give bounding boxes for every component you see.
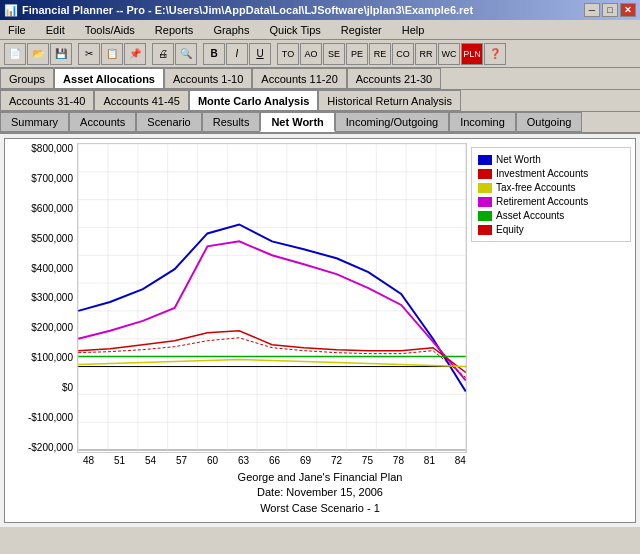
nav-monte-carlo[interactable]: Monte Carlo Analysis — [189, 90, 318, 111]
nav-asset-allocations[interactable]: Asset Allocations — [54, 68, 164, 89]
chart-footer: George and Jane's Financial Plan Date: N… — [9, 466, 631, 518]
legend-retirement: Retirement Accounts — [478, 196, 624, 207]
x-label-78: 78 — [393, 455, 404, 466]
nav-accounts-21-30[interactable]: Accounts 21-30 — [347, 68, 441, 89]
tab-scenario[interactable]: Scenario — [136, 112, 201, 132]
y-label-neg200k: -$200,000 — [9, 442, 73, 453]
nav-row-2: Accounts 31-40 Accounts 41-45 Monte Carl… — [0, 90, 640, 112]
x-label-72: 72 — [331, 455, 342, 466]
nav-historical[interactable]: Historical Return Analysis — [318, 90, 461, 111]
tab-incoming[interactable]: Incoming — [449, 112, 516, 132]
tab-results[interactable]: Results — [202, 112, 261, 132]
title-bar: 📊 Financial Planner -- Pro - E:\Users\Ji… — [0, 0, 640, 20]
tool-u[interactable]: U — [249, 43, 271, 65]
tool-t7[interactable]: RR — [415, 43, 437, 65]
chart-title: George and Jane's Financial Plan — [9, 470, 631, 485]
x-label-60: 60 — [207, 455, 218, 466]
tool-paste[interactable]: 📌 — [124, 43, 146, 65]
menu-edit[interactable]: Edit — [42, 23, 69, 37]
tool-preview[interactable]: 🔍 — [175, 43, 197, 65]
legend-net-worth: Net Worth — [478, 154, 624, 165]
legend-equity: Equity — [478, 224, 624, 235]
content-area: $800,000 $700,000 $600,000 $500,000 $400… — [0, 134, 640, 527]
chart-date: Date: November 15, 2006 — [9, 485, 631, 500]
tab-outgoing[interactable]: Outgoing — [516, 112, 583, 132]
tab-summary[interactable]: Summary — [0, 112, 69, 132]
legend-taxfree: Tax-free Accounts — [478, 182, 624, 193]
nav-accounts-41-45[interactable]: Accounts 41-45 — [94, 90, 188, 111]
y-label-600k: $600,000 — [9, 203, 73, 214]
tool-open[interactable]: 📂 — [27, 43, 49, 65]
tool-help2[interactable]: ❓ — [484, 43, 506, 65]
y-label-200k: $200,000 — [9, 322, 73, 333]
tab-row: Summary Accounts Scenario Results Net Wo… — [0, 112, 640, 134]
nav-accounts-31-40[interactable]: Accounts 31-40 — [0, 90, 94, 111]
tool-t2[interactable]: AO — [300, 43, 322, 65]
legend-asset: Asset Accounts — [478, 210, 624, 221]
tool-t1[interactable]: TO — [277, 43, 299, 65]
minimize-button[interactable]: ─ — [584, 3, 600, 17]
y-label-800k: $800,000 — [9, 143, 73, 154]
menu-file[interactable]: File — [4, 23, 30, 37]
nav-accounts-1-10[interactable]: Accounts 1-10 — [164, 68, 252, 89]
x-label-48: 48 — [83, 455, 94, 466]
y-label-neg100k: -$100,000 — [9, 412, 73, 423]
x-label-54: 54 — [145, 455, 156, 466]
tool-t8[interactable]: WC — [438, 43, 460, 65]
menu-tools[interactable]: Tools/Aids — [81, 23, 139, 37]
tool-i[interactable]: I — [226, 43, 248, 65]
x-label-57: 57 — [176, 455, 187, 466]
x-axis-labels: 48 51 54 57 60 63 66 69 72 75 78 81 84 — [9, 455, 631, 466]
chart-legend: Net Worth Investment Accounts Tax-free A… — [471, 147, 631, 242]
x-label-81: 81 — [424, 455, 435, 466]
tool-t5[interactable]: RE — [369, 43, 391, 65]
tool-b[interactable]: B — [203, 43, 225, 65]
x-label-84: 84 — [455, 455, 466, 466]
chart-scenario: Worst Case Scenario - 1 — [9, 501, 631, 516]
menu-graphs[interactable]: Graphs — [209, 23, 253, 37]
tool-t3[interactable]: SE — [323, 43, 345, 65]
tab-incoming-outgoing[interactable]: Incoming/Outgoing — [335, 112, 449, 132]
tool-plan[interactable]: PLN — [461, 43, 483, 65]
y-label-500k: $500,000 — [9, 233, 73, 244]
nav-accounts-11-20[interactable]: Accounts 11-20 — [252, 68, 346, 89]
toolbar: 📄 📂 💾 ✂ 📋 📌 🖨 🔍 B I U TO AO SE PE RE CO … — [0, 40, 640, 68]
legend-investment: Investment Accounts — [478, 168, 624, 179]
tab-net-worth[interactable]: Net Worth — [260, 112, 334, 132]
tool-save[interactable]: 💾 — [50, 43, 72, 65]
x-label-75: 75 — [362, 455, 373, 466]
tool-t4[interactable]: PE — [346, 43, 368, 65]
y-label-0: $0 — [9, 382, 73, 393]
menu-quicktips[interactable]: Quick Tips — [265, 23, 324, 37]
tool-copy[interactable]: 📋 — [101, 43, 123, 65]
maximize-button[interactable]: □ — [602, 3, 618, 17]
close-button[interactable]: ✕ — [620, 3, 636, 17]
nav-groups[interactable]: Groups — [0, 68, 54, 89]
tool-t6[interactable]: CO — [392, 43, 414, 65]
y-label-300k: $300,000 — [9, 292, 73, 303]
menu-bar: File Edit Tools/Aids Reports Graphs Quic… — [0, 20, 640, 40]
menu-reports[interactable]: Reports — [151, 23, 198, 37]
y-label-700k: $700,000 — [9, 173, 73, 184]
y-label-400k: $400,000 — [9, 263, 73, 274]
tool-cut[interactable]: ✂ — [78, 43, 100, 65]
chart-svg — [77, 143, 467, 453]
app-icon: 📊 — [4, 4, 18, 17]
x-label-69: 69 — [300, 455, 311, 466]
y-label-100k: $100,000 — [9, 352, 73, 363]
x-label-63: 63 — [238, 455, 249, 466]
window-title: Financial Planner -- Pro - E:\Users\Jim\… — [22, 4, 473, 16]
tool-print[interactable]: 🖨 — [152, 43, 174, 65]
x-label-51: 51 — [114, 455, 125, 466]
x-label-66: 66 — [269, 455, 280, 466]
menu-register[interactable]: Register — [337, 23, 386, 37]
tab-accounts[interactable]: Accounts — [69, 112, 136, 132]
menu-help[interactable]: Help — [398, 23, 429, 37]
nav-row-1: Groups Asset Allocations Accounts 1-10 A… — [0, 68, 640, 90]
tool-new[interactable]: 📄 — [4, 43, 26, 65]
